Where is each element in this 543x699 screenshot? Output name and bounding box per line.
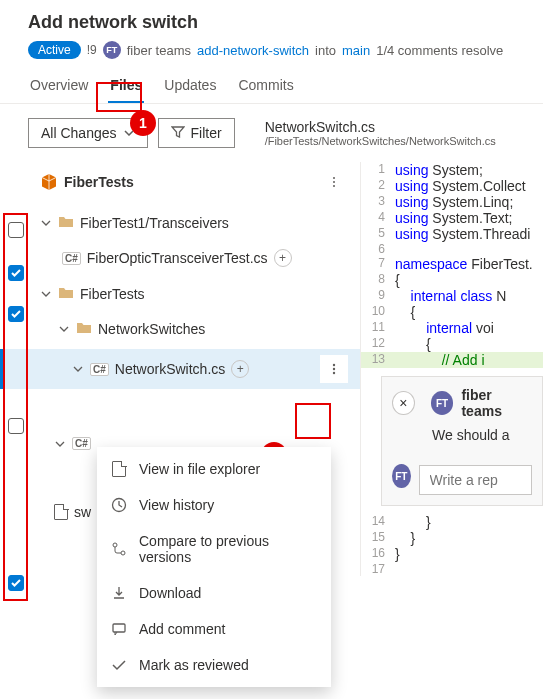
avatar: FT	[392, 464, 411, 488]
svg-point-3	[333, 364, 335, 366]
tree-file-selected[interactable]: C# NetworkSwitch.cs +	[0, 349, 360, 389]
repo-icon	[40, 173, 58, 191]
compare-icon	[111, 541, 127, 557]
svg-point-7	[113, 543, 117, 547]
checkbox-checked[interactable]	[8, 575, 24, 591]
tree-file-label: FiberOpticTransceiverTest.cs	[87, 250, 268, 266]
tree-folder[interactable]: NetworkSwitches	[0, 314, 360, 343]
checkbox[interactable]	[8, 222, 24, 238]
filter-label: Filter	[191, 125, 222, 141]
menu-label: View history	[139, 497, 214, 513]
folder-icon	[58, 285, 74, 302]
svg-point-1	[333, 181, 335, 183]
tree-root-label: FiberTests	[64, 174, 134, 190]
avatar: FT	[431, 391, 454, 415]
checkbox-checked[interactable]	[8, 265, 24, 281]
file-icon	[54, 504, 68, 520]
tree-folder[interactable]: FiberTests	[0, 279, 360, 308]
menu-label: Compare to previous versions	[139, 533, 317, 565]
menu-label: View in file explorer	[139, 461, 260, 477]
into-label: into	[315, 43, 336, 58]
page-title: Add network switch	[28, 12, 515, 33]
comment-body: We should a	[432, 427, 532, 443]
tree-file-label: sw	[74, 504, 91, 520]
chevron-down-icon	[72, 363, 84, 375]
menu-download[interactable]: Download	[97, 575, 331, 611]
folder-icon	[76, 320, 92, 337]
svg-point-8	[121, 551, 125, 555]
reply-input[interactable]	[419, 465, 532, 495]
download-icon	[111, 585, 127, 601]
plus-icon[interactable]: +	[274, 249, 292, 267]
tree-folder-label: FiberTests	[80, 286, 145, 302]
filter-icon	[171, 125, 185, 141]
filter-button[interactable]: Filter	[158, 118, 235, 148]
checkbox[interactable]	[8, 418, 24, 434]
check-icon	[111, 657, 127, 673]
tree-file-label: NetworkSwitch.cs	[115, 361, 225, 377]
menu-view-explorer[interactable]: View in file explorer	[97, 451, 331, 487]
menu-add-comment[interactable]: Add comment	[97, 611, 331, 647]
pr-id: !9	[87, 43, 97, 57]
tab-overview[interactable]: Overview	[28, 67, 90, 103]
target-branch[interactable]: main	[342, 43, 370, 58]
svg-point-2	[333, 185, 335, 187]
folder-icon	[58, 214, 74, 231]
cs-icon: C#	[90, 363, 109, 376]
menu-label: Add comment	[139, 621, 225, 637]
more-button[interactable]	[320, 168, 348, 196]
menu-label: Mark as reviewed	[139, 657, 249, 673]
tree-root[interactable]: FiberTests	[0, 162, 360, 202]
comments-count: 1/4 comments resolve	[376, 43, 503, 58]
source-branch[interactable]: add-network-switch	[197, 43, 309, 58]
context-menu: View in file explorer View history Compa…	[97, 447, 331, 687]
chevron-down-icon	[40, 217, 52, 229]
current-file-path: /FiberTests/NetworkSwitches/NetworkSwitc…	[265, 135, 496, 147]
tree-file[interactable]: C# FiberOpticTransceiverTest.cs +	[0, 243, 360, 273]
status-badge[interactable]: Active	[28, 41, 81, 59]
all-changes-label: All Changes	[41, 125, 117, 141]
avatar[interactable]: FT	[103, 41, 121, 59]
current-file-name: NetworkSwitch.cs	[265, 119, 496, 135]
svg-point-5	[333, 372, 335, 374]
comment-thread: × FT fiber teams We should a FT	[381, 376, 543, 506]
more-button[interactable]	[320, 355, 348, 383]
svg-point-0	[333, 177, 335, 179]
menu-label: Download	[139, 585, 201, 601]
menu-view-history[interactable]: View history	[97, 487, 331, 523]
comment-icon	[111, 621, 127, 637]
close-icon[interactable]: ×	[392, 391, 415, 415]
menu-compare[interactable]: Compare to previous versions	[97, 523, 331, 575]
tab-commits[interactable]: Commits	[236, 67, 295, 103]
menu-mark-reviewed[interactable]: Mark as reviewed	[97, 647, 331, 683]
cs-icon: C#	[62, 252, 81, 265]
comment-author: fiber teams	[461, 387, 532, 419]
svg-point-4	[333, 368, 335, 370]
history-icon	[111, 497, 127, 513]
chevron-down-icon	[40, 288, 52, 300]
author-name: fiber teams	[127, 43, 191, 58]
annotation-1: 1	[130, 110, 156, 136]
plus-icon[interactable]: +	[231, 360, 249, 378]
cs-icon: C#	[72, 437, 91, 450]
svg-rect-9	[113, 624, 125, 632]
checkbox-checked[interactable]	[8, 306, 24, 322]
tree-folder[interactable]: FiberTest1/Transceivers	[0, 208, 360, 237]
chevron-down-icon	[54, 438, 66, 450]
tab-updates[interactable]: Updates	[162, 67, 218, 103]
chevron-down-icon	[58, 323, 70, 335]
tree-folder-label: FiberTest1/Transceivers	[80, 215, 229, 231]
file-icon	[111, 461, 127, 477]
tree-folder-label: NetworkSwitches	[98, 321, 205, 337]
